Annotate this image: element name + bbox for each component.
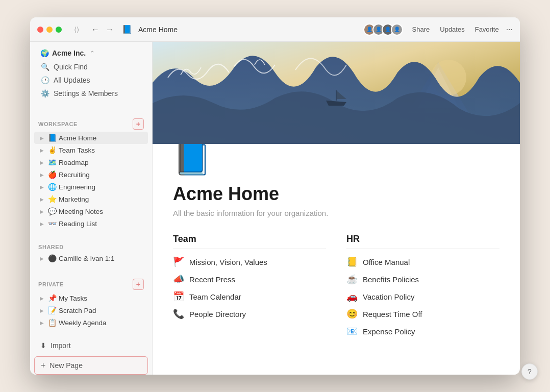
share-button[interactable]: Share xyxy=(409,24,433,34)
globe-icon: 🌍 xyxy=(40,49,49,57)
all-updates-label: All Updates xyxy=(54,76,90,84)
list-item-benefits[interactable]: ☕ Benefits Policies xyxy=(346,274,499,285)
sidebar-item-meeting-notes[interactable]: ▶ 💬 Meeting Notes xyxy=(34,205,148,217)
search-icon: 🔍 xyxy=(40,63,49,71)
import-label: Import xyxy=(51,341,71,350)
item-label: Camille & Ivan 1:1 xyxy=(59,255,115,262)
content-area: 📘 Acme Home All the basic information fo… xyxy=(153,42,520,375)
page-icon: 📋 xyxy=(47,318,57,327)
sidebar-item-my-tasks[interactable]: ▶ 📌 My Tasks xyxy=(34,292,148,304)
more-options-button[interactable]: ··· xyxy=(506,25,513,34)
page-icon: ✌️ xyxy=(47,146,57,154)
private-add-button[interactable]: + xyxy=(133,279,144,290)
sidebar-item-camille-ivan[interactable]: ▶ ⚫ Camille & Ivan 1:1 xyxy=(34,252,148,264)
collapse-sidebar-icon[interactable]: ⟨⟩ xyxy=(74,26,79,34)
page-subtitle: All the basic information for your organ… xyxy=(173,209,499,217)
private-section: PRIVATE + ▶ 📌 My Tasks ▶ 📝 Scratch Pad ▶… xyxy=(30,273,152,329)
back-button[interactable]: ← xyxy=(89,24,102,35)
hr-heading: HR xyxy=(346,234,499,249)
item-label: Team Tasks xyxy=(59,146,95,154)
chevron-icon: ▶ xyxy=(38,184,45,190)
minimize-button[interactable] xyxy=(46,27,53,33)
item-label: Marketing xyxy=(59,195,89,203)
close-button[interactable] xyxy=(37,27,43,33)
item-label: Roadmap xyxy=(59,159,89,166)
chevron-icon: ▶ xyxy=(38,308,45,313)
favorite-button[interactable]: Favorite xyxy=(472,24,502,34)
chevron-icon: ▶ xyxy=(38,197,45,202)
team-column: Team 🚩 Mission, Vision, Values 📣 Recent … xyxy=(173,234,326,337)
page-icon: 🗺️ xyxy=(47,158,57,166)
list-item-expense[interactable]: 📧 Expense Policy xyxy=(346,326,499,337)
page-icon: ⭐ xyxy=(47,195,57,203)
item-label: Vacation Policy xyxy=(363,292,414,301)
page-icon: 📘 xyxy=(122,24,132,34)
sidebar-item-reading-list[interactable]: ▶ 👓 Reading List xyxy=(34,217,148,230)
sidebar-item-acme-home[interactable]: ▶ 📘 Acme Home xyxy=(34,132,148,144)
team-heading: Team xyxy=(173,234,326,249)
page-title-header: Acme Home xyxy=(138,26,178,34)
car-icon: 🚗 xyxy=(346,291,358,302)
page-icon: 📝 xyxy=(47,306,57,314)
workspace-add-button[interactable]: + xyxy=(133,118,144,130)
sidebar-item-marketing[interactable]: ▶ ⭐ Marketing xyxy=(34,193,148,205)
item-label: Engineering xyxy=(59,183,95,191)
workspace-header[interactable]: 🌍 Acme Inc. ⌃ xyxy=(36,46,146,60)
titlebar-right: 👤 👤 👤 👤 Share Updates Favorite ··· xyxy=(363,23,513,36)
shared-section-header: SHARED xyxy=(34,238,148,252)
new-page-button[interactable]: + New Page xyxy=(34,356,148,375)
list-item-office-manual[interactable]: 📒 Office Manual xyxy=(346,256,499,267)
traffic-lights xyxy=(37,27,62,33)
hr-column: HR 📒 Office Manual ☕ Benefits Policies xyxy=(346,234,499,337)
megaphone-icon: 📣 xyxy=(173,274,184,285)
plus-icon: + xyxy=(41,361,45,370)
sidebar-item-team-tasks[interactable]: ▶ ✌️ Team Tasks xyxy=(34,144,148,156)
import-icon: ⬇ xyxy=(40,341,46,350)
page-icon: 🌐 xyxy=(47,183,57,191)
quick-find-item[interactable]: 🔍 Quick Find xyxy=(36,60,146,74)
fullscreen-button[interactable] xyxy=(56,27,62,33)
item-label: People Directory xyxy=(189,310,246,318)
page-icon: 💬 xyxy=(47,207,57,215)
list-item-directory[interactable]: 📞 People Directory xyxy=(173,308,326,320)
list-item-time-off[interactable]: 😊 Request Time Off xyxy=(346,308,499,320)
chevron-icon: ▶ xyxy=(38,221,45,227)
updates-button[interactable]: Updates xyxy=(437,24,467,34)
flag-icon: 🚩 xyxy=(173,256,184,267)
list-item-mission[interactable]: 🚩 Mission, Vision, Values xyxy=(173,256,326,267)
sidebar-item-weekly-agenda[interactable]: ▶ 📋 Weekly Agenda xyxy=(34,316,148,329)
help-button[interactable]: ? xyxy=(521,363,538,380)
envelope-icon: 📧 xyxy=(346,326,358,337)
chevron-icon: ▶ xyxy=(38,209,45,214)
item-label: Acme Home xyxy=(59,134,96,142)
item-label: Meeting Notes xyxy=(59,208,103,215)
settings-icon: ⚙️ xyxy=(40,89,49,97)
chevron-icon: ▶ xyxy=(38,296,45,301)
workspace-caret-icon: ⌃ xyxy=(90,50,94,57)
settings-item[interactable]: ⚙️ Settings & Members xyxy=(36,87,146,100)
list-item-press[interactable]: 📣 Recent Press xyxy=(173,274,326,285)
new-page-label: New Page xyxy=(49,361,83,370)
import-item[interactable]: ⬇ Import xyxy=(36,339,146,352)
item-label: Expense Policy xyxy=(363,327,415,336)
sidebar-item-engineering[interactable]: ▶ 🌐 Engineering xyxy=(34,181,148,193)
sidebar-item-recruiting[interactable]: ▶ 🍎 Recruiting xyxy=(34,168,148,181)
list-item-calendar[interactable]: 📅 Team Calendar xyxy=(173,291,326,302)
sidebar-item-roadmap[interactable]: ▶ 🗺️ Roadmap xyxy=(34,156,148,168)
list-item-vacation[interactable]: 🚗 Vacation Policy xyxy=(346,291,499,302)
sidebar: 🌍 Acme Inc. ⌃ 🔍 Quick Find 🕐 All Updates… xyxy=(30,42,153,375)
sidebar-item-scratch-pad[interactable]: ▶ 📝 Scratch Pad xyxy=(34,304,148,316)
chevron-icon: ▶ xyxy=(38,256,45,261)
all-updates-item[interactable]: 🕐 All Updates xyxy=(36,74,146,87)
page-icon: ⚫ xyxy=(47,254,57,262)
item-label: Office Manual xyxy=(363,258,410,266)
quick-find-label: Quick Find xyxy=(54,63,88,71)
main-layout: 🌍 Acme Inc. ⌃ 🔍 Quick Find 🕐 All Updates… xyxy=(30,42,520,375)
item-label: Mission, Vision, Values xyxy=(189,258,267,266)
calendar-icon: 📅 xyxy=(173,291,184,302)
app-window: ⟨⟩ ← → 📘 Acme Home 👤 👤 👤 👤 Share Updates… xyxy=(30,17,520,375)
item-label: Benefits Policies xyxy=(363,275,419,284)
item-label: My Tasks xyxy=(59,295,87,302)
notebook-icon: 📒 xyxy=(346,256,358,267)
forward-button[interactable]: → xyxy=(104,24,116,35)
